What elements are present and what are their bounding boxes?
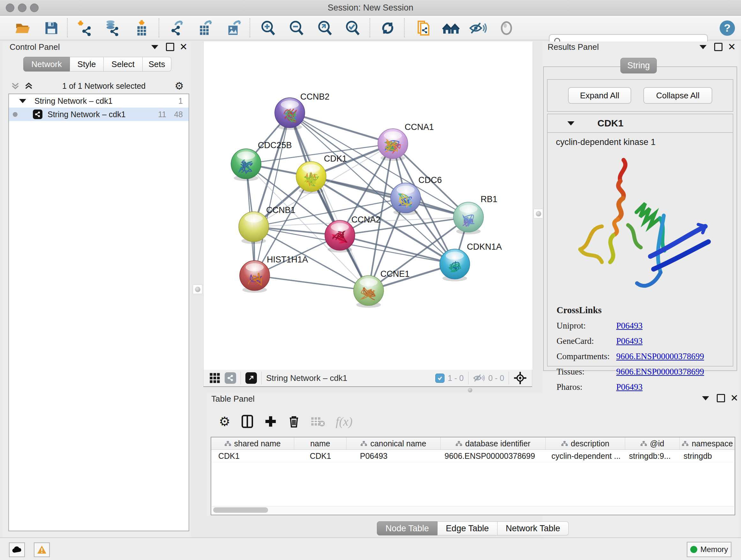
- tab-edge-table[interactable]: Edge Table: [437, 521, 497, 536]
- control-panel-close-button[interactable]: ✕: [179, 42, 188, 52]
- show-columns-icon[interactable]: [241, 415, 253, 428]
- clone-network-button[interactable]: [414, 19, 433, 37]
- selected-checkbox-icon[interactable]: [435, 374, 445, 383]
- delete-column-icon[interactable]: [288, 415, 300, 428]
- network-canvas[interactable]: CCNB2CCNA1CDC25BCDK1CDC6RB1CCNB1CCNA2CDK…: [203, 42, 533, 370]
- control-panel-float-button[interactable]: [165, 42, 175, 52]
- node-table[interactable]: shared name name canonical name database…: [211, 437, 735, 515]
- control-panel-collapse-button[interactable]: [150, 42, 159, 52]
- tab-string[interactable]: String: [620, 58, 657, 73]
- expand-all-icon[interactable]: [24, 81, 33, 90]
- fit-content-crosshair-icon[interactable]: [514, 371, 527, 385]
- scrollbar-thumb[interactable]: [213, 507, 268, 513]
- column-header-shared-name[interactable]: shared name: [211, 437, 294, 449]
- detach-view-icon[interactable]: [246, 372, 257, 384]
- export-network-button[interactable]: [168, 19, 186, 37]
- cell-shared-name[interactable]: CDK1: [211, 450, 294, 462]
- column-header-canonical-name[interactable]: canonical name: [347, 437, 441, 449]
- results-panel-float-button[interactable]: [714, 42, 723, 52]
- toolbar-separator: [158, 18, 159, 37]
- cell-database-identifier[interactable]: 9606.ENSP00000378699: [441, 450, 546, 462]
- memory-button[interactable]: Memory: [687, 542, 731, 557]
- cell-canonical-name[interactable]: P06493: [347, 450, 441, 462]
- disclosure-triangle-icon[interactable]: [19, 99, 26, 103]
- results-panel-title: Results Panel: [548, 42, 599, 52]
- tab-select[interactable]: Select: [104, 57, 143, 71]
- network-view-toolbar: String Network – cdk1 1 - 0 0 - 0: [203, 370, 532, 387]
- crosslink-tissues[interactable]: 9606.ENSP00000378699: [616, 367, 704, 377]
- network-collection-row[interactable]: String Network – cdk1 1: [9, 94, 189, 108]
- results-panel-collapse-button[interactable]: [698, 42, 708, 52]
- column-header-description[interactable]: description: [546, 437, 625, 449]
- delete-table-icon[interactable]: [311, 416, 325, 427]
- table-panel-close-button[interactable]: ✕: [730, 393, 739, 403]
- column-header-id[interactable]: @id: [625, 437, 680, 449]
- float-icon: [717, 394, 725, 402]
- export-table-button[interactable]: [196, 19, 215, 37]
- hide-selected-button[interactable]: [469, 19, 487, 37]
- expand-all-button[interactable]: Expand All: [568, 87, 631, 104]
- results-panel-close-button[interactable]: ✕: [727, 42, 737, 52]
- crosslink-genecard[interactable]: P06493: [616, 336, 643, 346]
- tab-network-table[interactable]: Network Table: [497, 521, 569, 536]
- cell-description[interactable]: cyclin-dependent ...: [546, 450, 625, 462]
- help-button[interactable]: ?: [718, 19, 737, 37]
- toggle-birds-eye-button[interactable]: [497, 19, 516, 37]
- refresh-button[interactable]: [379, 19, 397, 37]
- import-network-file-button[interactable]: [76, 19, 94, 37]
- table-panel-collapse-button[interactable]: [701, 393, 711, 403]
- tab-style[interactable]: Style: [70, 57, 104, 71]
- network-graph[interactable]: CCNB2CCNA1CDC25BCDK1CDC6RB1CCNB1CCNA2CDK…: [204, 42, 532, 370]
- crosslink-label: Compartments:: [556, 352, 616, 361]
- close-icon: ✕: [730, 393, 738, 403]
- open-session-button[interactable]: [14, 19, 32, 37]
- show-all-levels-button[interactable]: [442, 19, 460, 37]
- collapse-all-icon[interactable]: [11, 81, 20, 90]
- table-options-gear-icon[interactable]: ⚙: [219, 415, 230, 428]
- warnings-button[interactable]: [34, 543, 50, 557]
- node-label-CCNA2: CCNA2: [351, 215, 381, 225]
- save-session-button[interactable]: [42, 19, 61, 37]
- export-image-button[interactable]: [225, 19, 243, 37]
- cell-id[interactable]: stringdb:9...: [625, 450, 680, 462]
- column-header-database-identifier[interactable]: database identifier: [441, 437, 546, 449]
- column-header-name[interactable]: name: [294, 437, 347, 449]
- open-folder-icon: [14, 19, 31, 37]
- table-horizontal-scrollbar[interactable]: [212, 506, 734, 514]
- hidden-eye-icon[interactable]: [473, 374, 485, 382]
- node-label-CCNA1: CCNA1: [405, 122, 434, 132]
- zoom-fit-button[interactable]: [316, 19, 334, 37]
- protein-card-header[interactable]: CDK1: [548, 114, 733, 133]
- network-row[interactable]: String Network – cdk1 11 48: [9, 108, 189, 121]
- crosslink-compartments[interactable]: 9606.ENSP00000378699: [616, 352, 704, 361]
- collapse-all-button[interactable]: Collapse All: [643, 87, 712, 104]
- tab-network[interactable]: Network: [23, 57, 70, 71]
- cell-namespace[interactable]: stringdb: [680, 450, 735, 462]
- zoom-in-button[interactable]: [259, 19, 277, 37]
- column-header-namespace[interactable]: namespace: [680, 437, 735, 449]
- crosslink-pharos[interactable]: P06493: [616, 382, 643, 392]
- selected-counts: 1 - 0: [448, 374, 464, 383]
- grid-view-icon[interactable]: [209, 373, 220, 383]
- tab-node-table[interactable]: Node Table: [377, 521, 437, 536]
- left-splitter-handle[interactable]: [193, 285, 202, 294]
- disclosure-triangle-icon[interactable]: [567, 121, 575, 125]
- network-options-gear-icon[interactable]: ⚙: [175, 81, 184, 91]
- add-column-icon[interactable]: [264, 415, 277, 428]
- function-builder-icon[interactable]: f(x): [336, 415, 353, 428]
- import-network-database-button[interactable]: [103, 19, 122, 37]
- app-store-button[interactable]: [9, 543, 25, 557]
- bottom-splitter-handle[interactable]: [468, 388, 472, 392]
- zoom-selected-button[interactable]: [343, 19, 362, 37]
- column-tree-icon: [360, 441, 367, 446]
- table-panel-float-button[interactable]: [716, 393, 726, 403]
- import-table-button[interactable]: [132, 19, 151, 37]
- cell-name[interactable]: CDK1: [294, 450, 347, 462]
- crosslink-uniprot[interactable]: P06493: [616, 321, 643, 331]
- tab-sets[interactable]: Sets: [143, 57, 172, 71]
- zoom-out-button[interactable]: [287, 19, 306, 37]
- network-badge-icon[interactable]: [225, 372, 236, 384]
- table-row[interactable]: CDK1 CDK1 P06493 9606.ENSP00000378699 cy…: [211, 450, 735, 462]
- right-splitter-handle[interactable]: [534, 209, 543, 219]
- database-icon: [104, 19, 121, 37]
